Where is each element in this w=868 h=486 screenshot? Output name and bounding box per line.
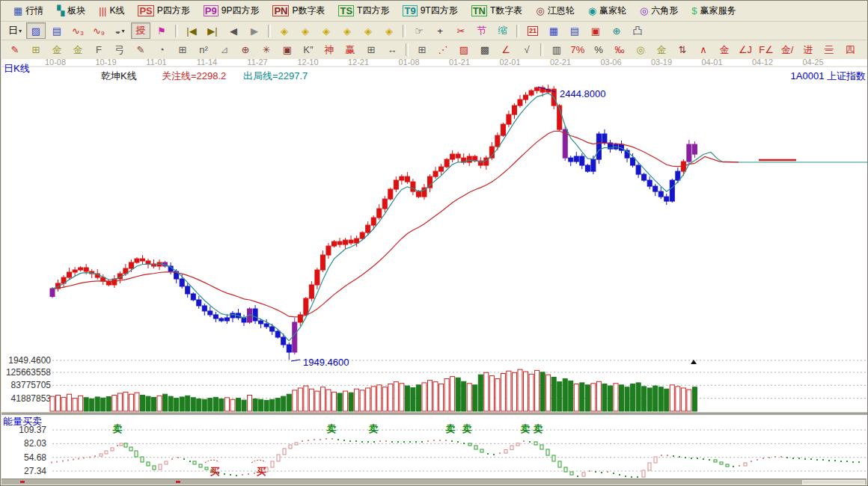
flag-marker-button[interactable]: ⚑ <box>152 22 171 39</box>
n2-tool-button[interactable]: n² <box>194 42 213 58</box>
menu-item-kline[interactable]: |||K线 <box>92 4 131 17</box>
mirror-tool-button[interactable]: ⊿ <box>215 42 234 58</box>
gold-angle-button[interactable]: 金 <box>715 42 734 58</box>
volume-bar <box>61 397 66 411</box>
oscillator-dot <box>236 475 237 476</box>
ticket-grid-button[interactable]: ⊞ <box>361 42 381 58</box>
notes-button[interactable]: ▤ <box>565 22 584 39</box>
pct-button[interactable]: % <box>589 42 608 58</box>
square-plus-button[interactable]: ⊞ <box>412 42 432 58</box>
jin-tool-button[interactable]: 进 <box>798 42 818 58</box>
hand-tool-button[interactable]: ☞ <box>409 22 429 39</box>
grid-tool-button[interactable]: ⊞ <box>26 42 46 58</box>
ray-fan-button[interactable]: ⋰ <box>433 42 453 58</box>
period-day-dropdown-button[interactable]: 日▾ <box>5 22 25 39</box>
oscillator-bar <box>135 451 138 457</box>
spiral-tool-button[interactable]: 弓 <box>110 42 129 58</box>
web-tool-button[interactable]: ⊕ <box>607 22 626 39</box>
box-spiral-button[interactable]: ▣ <box>278 42 297 58</box>
gold-circle-button[interactable]: ◎ <box>631 42 650 58</box>
volume-bar <box>202 399 207 411</box>
menu-item-gann-wheel[interactable]: ◎江恩轮 <box>529 4 581 17</box>
last-bar-button[interactable]: ▶| <box>203 22 222 39</box>
gold-grid-2-button[interactable]: 金 <box>68 42 88 58</box>
qiankun-pattern-toggle-button[interactable]: ▨ <box>26 22 46 39</box>
si-tool-button[interactable]: 亖 <box>819 42 839 58</box>
shen-tool-button[interactable]: 神 <box>320 42 339 58</box>
diamond-horizontal-button[interactable]: ◈ <box>317 22 336 39</box>
chart-canvas[interactable]: 1256635588377570541887853109.3782.0354.6… <box>1 59 868 481</box>
updown-tool-button[interactable]: ⇅ <box>673 42 692 58</box>
diamond-grid-button[interactable]: ◈ <box>379 22 399 39</box>
bars-tool-button[interactable]: ▥ <box>547 42 566 58</box>
candle <box>320 255 325 270</box>
suo-tool-button[interactable]: 缩 <box>493 22 513 39</box>
shou-stamp-button[interactable]: 授 <box>131 22 150 39</box>
h-range-button[interactable]: ↔ <box>382 42 402 58</box>
pen-tool-button[interactable]: ✎ <box>131 42 150 58</box>
wave-3-button[interactable]: ∿₃ <box>68 22 88 39</box>
menu-item-sectors[interactable]: ▚板块 <box>50 4 92 17</box>
winner-wheel-icon: ◉ <box>588 6 596 16</box>
menu-item-market-quotes[interactable]: ▦行情 <box>7 4 50 17</box>
menu-item-t-square[interactable]: TST四方形 <box>331 4 396 17</box>
brush-tool-button[interactable]: ✎ <box>5 42 25 58</box>
candle <box>416 191 421 197</box>
pct-7-button[interactable]: 7% <box>568 42 587 58</box>
first-bar-button[interactable]: |◀ <box>182 22 201 39</box>
info-list-button[interactable]: ▤ <box>47 22 67 39</box>
status-scrollbar[interactable] <box>1 479 867 485</box>
diamond-right-button[interactable]: ◈ <box>296 22 315 39</box>
f-angle-button[interactable]: F∠ <box>757 42 776 58</box>
gold-grid-1-button[interactable]: 金 <box>47 42 67 58</box>
cut-tool-button[interactable]: ✂ <box>451 22 471 39</box>
wave-9-button[interactable]: ∿₉ <box>89 22 109 39</box>
k-prime-button[interactable]: K″ <box>299 42 318 58</box>
diamond-expand-button[interactable]: ◈ <box>337 22 357 39</box>
check-wave-button[interactable]: √ <box>517 42 537 58</box>
menu-item-p-number-table[interactable]: PNP数字表 <box>266 4 331 17</box>
calendar-21-button[interactable]: 21 <box>523 22 542 39</box>
menu-item-hexagon[interactable]: ◎六角形 <box>633 4 685 17</box>
gold-line-button[interactable]: 金 <box>652 42 671 58</box>
diamond-left-button[interactable]: ◈ <box>275 22 294 39</box>
menu-item-t-number-table[interactable]: TNT数字表 <box>465 4 530 17</box>
j-angle-button[interactable]: ∠J <box>736 42 755 58</box>
menu-item-winner-wheel[interactable]: ◉赢家轮 <box>581 4 633 17</box>
menu-item-winner-service[interactable]: $赢家服务 <box>685 4 742 17</box>
diamond-cross-button[interactable]: ◈ <box>358 22 378 39</box>
f-grid-button[interactable]: F <box>89 42 109 58</box>
oscillator-dot <box>337 439 339 440</box>
star-tool-button[interactable]: ✳ <box>257 42 276 58</box>
gann-compass-button[interactable]: ◔ <box>152 42 171 58</box>
four-tool-button[interactable]: 四 <box>840 42 860 58</box>
calculator-button[interactable]: ▦ <box>544 22 563 39</box>
permille-button[interactable]: ‰ <box>610 42 629 58</box>
oscillator-dot <box>786 457 788 458</box>
candle <box>366 225 370 233</box>
gold-slash-button[interactable]: 金/ <box>777 42 797 58</box>
menu-item-9p-square[interactable]: P99P四方形 <box>197 4 266 17</box>
menu-item-9t-square[interactable]: T99T四方形 <box>396 4 464 17</box>
volume-bar <box>512 372 516 411</box>
dark-grid-button[interactable]: ▩ <box>475 42 495 58</box>
shade-box-button[interactable]: ▨ <box>454 42 474 58</box>
oscillator-bar <box>159 464 162 470</box>
save-button[interactable]: ▣ <box>586 22 605 39</box>
oscillator-dot <box>230 474 231 476</box>
cycle-dropdown-button[interactable]: ◒▾ <box>110 22 129 39</box>
dense-grid-button[interactable]: ⊞ <box>173 42 192 58</box>
menu-item-p-square[interactable]: PSP四方形 <box>131 4 196 17</box>
angle-tool-button[interactable]: ∠ <box>496 42 516 58</box>
jie-tool-button[interactable]: 节 <box>472 22 492 39</box>
candle <box>287 345 291 352</box>
ying-tool-button[interactable]: 赢 <box>340 42 360 58</box>
crosshair-tool-button[interactable]: + <box>430 22 450 39</box>
volume-bar <box>224 398 229 411</box>
target-tool-button[interactable]: ⊕ <box>236 42 255 58</box>
a-wave-button[interactable]: ∧ <box>694 42 713 58</box>
prev-bar-button[interactable]: ◀ <box>224 22 243 39</box>
print-tool-button[interactable]: 凸 <box>628 22 647 39</box>
scrollbar-thumb[interactable] <box>802 480 865 485</box>
next-bar-button[interactable]: ▶ <box>245 22 264 39</box>
